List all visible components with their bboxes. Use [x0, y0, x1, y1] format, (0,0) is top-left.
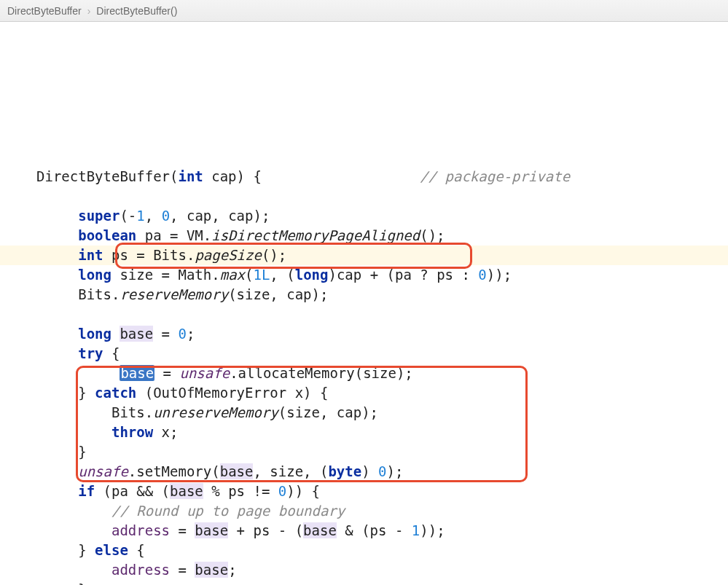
breadcrumb-item-class[interactable]: DirectByteBuffer — [7, 5, 82, 17]
breadcrumb-bar: DirectByteBuffer › DirectByteBuffer() — [0, 0, 728, 22]
breadcrumb-item-method[interactable]: DirectByteBuffer() — [96, 5, 177, 17]
code-content: DirectByteBuffer(int cap) { // package-p… — [36, 147, 728, 585]
code-editor[interactable]: DirectByteBuffer(int cap) { // package-p… — [0, 22, 728, 585]
chevron-right-icon: › — [87, 5, 91, 17]
selection: base — [120, 365, 154, 381]
